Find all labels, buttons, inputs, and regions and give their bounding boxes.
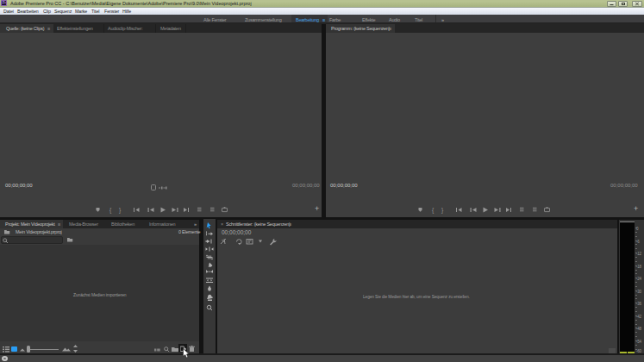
- svg-text:{: {: [109, 207, 112, 214]
- svg-text:}: }: [119, 207, 122, 214]
- svg-text:{: {: [432, 207, 435, 214]
- svg-text:}: }: [441, 207, 444, 214]
